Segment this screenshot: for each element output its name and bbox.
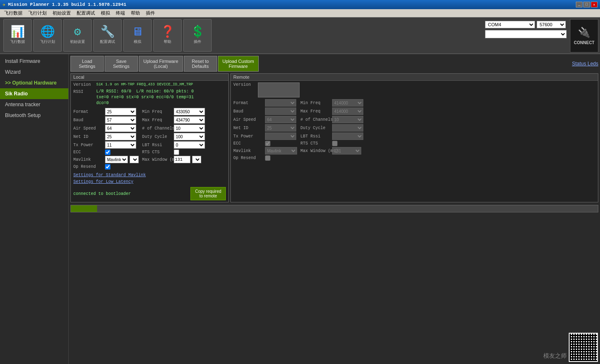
local-right-fields: Min Freq 433050 Max Freq 434790 # of Cha…	[142, 108, 205, 170]
local-airspeed-row: Air Speed 64	[73, 125, 139, 132]
remote-minfreq-row: Min Freq 414000	[300, 99, 363, 107]
upload-firmware-local-button[interactable]: Upload Firmware(Local)	[139, 56, 183, 72]
remote-airspeed-label: Air Speed	[233, 117, 263, 122]
top-action-buttons: LoadSettings SaveSettings Upload Firmwar…	[70, 56, 598, 72]
save-settings-button[interactable]: SaveSettings	[105, 56, 138, 72]
remote-numchan-label: # of Channels	[300, 117, 330, 122]
local-rtscts-row: RTS CTS	[142, 150, 205, 155]
toolbar-plugins-label: 插件	[194, 39, 201, 45]
local-format-label: Format	[73, 110, 103, 114]
remote-version-box	[258, 82, 300, 97]
toolbar-initial-setup[interactable]: ⚙ 初始设置	[63, 19, 92, 52]
sidebar-item-install-firmware[interactable]: Install Firmware	[0, 56, 68, 67]
remote-version-row: Version	[233, 82, 595, 97]
local-airspeed-select[interactable]: 64	[105, 125, 136, 132]
remote-opresend-checkbox	[265, 155, 270, 161]
remote-maxwindow-row: Max Window (ms) 131	[300, 147, 363, 155]
menu-flight-data[interactable]: 飞行数据	[2, 10, 25, 17]
radio-panels: Local Version SiK 1.9 on HM-TRP FREQ_433…	[70, 73, 598, 202]
remote-panel: Remote Version Format	[230, 73, 598, 202]
copy-to-remote-button[interactable]: Copy requiredto remote	[190, 187, 226, 200]
local-minfreq-select[interactable]: 433050	[174, 108, 205, 115]
local-mavlink-select[interactable]: Mavlink	[105, 156, 128, 163]
toolbar-initial-setup-label: 初始设置	[70, 39, 85, 45]
progress-bar-container	[70, 205, 598, 212]
local-netid-label: Net ID	[73, 135, 103, 139]
toolbar-flight-data-label: 飞行数据	[10, 39, 25, 45]
local-lbtrssi-select[interactable]: 0	[174, 141, 205, 149]
local-maxfreq-label: Max Freq	[142, 118, 172, 122]
sidebar-item-bluetooth[interactable]: Bluetooth Setup	[0, 110, 68, 121]
remote-maxfreq-row: Max Freq 414000	[300, 107, 363, 115]
com-port-select[interactable]: COM4 COM1 COM3	[485, 21, 535, 28]
sidebar-item-antenna-tracker[interactable]: Antenna tracker	[0, 99, 68, 110]
baud-rate-select[interactable]: 57600 115200 9600	[537, 21, 566, 28]
remote-rtscts-row: RTS CTS	[300, 141, 363, 146]
local-format-select[interactable]: 25	[105, 108, 136, 115]
load-settings-button[interactable]: LoadSettings	[70, 56, 104, 72]
menu-bar: 飞行数据 飞行计划 初始设置 配置调试 模拟 终端 帮助 插件	[0, 9, 600, 17]
local-dutycycle-select[interactable]: 100	[174, 133, 205, 140]
maximize-button[interactable]: □	[583, 2, 590, 7]
menu-help[interactable]: 帮助	[128, 10, 142, 17]
local-panel-body: Version SiK 1.9 on HM-TRP FREQ_433 DEVIC…	[71, 81, 228, 202]
remote-airspeed-row: Air Speed 64	[233, 116, 297, 123]
remote-format-label: Format	[233, 101, 263, 105]
sidebar-item-optional-hardware[interactable]: >> Optional Hardware	[0, 77, 68, 88]
content-area: LoadSettings SaveSettings Upload Firmwar…	[69, 54, 600, 364]
reset-defaults-button[interactable]: Reset toDefaults	[184, 56, 217, 72]
local-rtscts-checkbox[interactable]	[174, 150, 179, 155]
menu-plugins[interactable]: 插件	[143, 10, 158, 17]
remote-lbtrssi-label: LBT Rssi	[300, 134, 330, 139]
menu-terminal[interactable]: 终端	[113, 10, 128, 17]
local-version-row: Version SiK 1.9 on HM-TRP FREQ_433 DEVIC…	[73, 82, 226, 87]
menu-flight-plan[interactable]: 飞行计划	[26, 10, 49, 17]
menu-simulation[interactable]: 模拟	[98, 10, 112, 17]
menu-config-tuning[interactable]: 配置调试	[74, 10, 98, 17]
close-button[interactable]: ✕	[591, 2, 598, 7]
standard-mavlink-link[interactable]: Settings for Standard Mavlink	[73, 172, 226, 179]
local-maxwindow-input[interactable]	[174, 156, 190, 163]
local-opresend-checkbox[interactable]	[105, 164, 110, 170]
sidebar-item-sik-radio[interactable]: Sik Radio	[0, 88, 68, 99]
com-extra-select[interactable]	[485, 30, 567, 38]
remote-dutycycle-row: Duty Cycle	[300, 124, 363, 132]
minimize-button[interactable]: _	[576, 2, 582, 7]
remote-baud-row: Baud	[233, 107, 297, 115]
toolbar-help[interactable]: ❓ 帮助	[153, 19, 182, 52]
local-rssi-text: L/R RSSI: 69/0 L/R noise: 60/0 pkts: 0 t…	[96, 89, 194, 106]
toolbar-flight-data[interactable]: 📊 飞行数据	[3, 19, 32, 52]
local-txpower-row: Tx Power 11	[73, 141, 139, 149]
sidebar-item-wizard[interactable]: Wizard	[0, 67, 68, 77]
low-latency-link[interactable]: Settings for Low Latency	[73, 179, 226, 185]
remote-netid-row: Net ID 25	[233, 124, 297, 132]
upload-custom-firmware-button[interactable]: Upload CustomFirmware	[218, 56, 259, 72]
local-baud-select[interactable]: 57	[105, 116, 136, 124]
remote-panel-header: Remote	[231, 74, 598, 81]
toolbar-plugins[interactable]: 💲 插件	[183, 19, 212, 52]
help-icon: ❓	[160, 27, 175, 38]
remote-rtscts-checkbox	[332, 141, 338, 146]
flight-plan-icon: 🌐	[40, 27, 55, 38]
local-maxwindow-dropdown[interactable]: ▼	[192, 156, 201, 163]
local-netid-select[interactable]: 25	[105, 133, 136, 140]
connection-status: connected to bootloader	[73, 192, 131, 196]
local-mavlink-dropdown[interactable]: ▼	[130, 156, 139, 163]
local-ecc-row: ECC	[73, 150, 139, 155]
app-icon: ✈	[2, 2, 5, 8]
local-ecc-checkbox[interactable]	[105, 150, 110, 155]
toolbar-config-tuning[interactable]: 🔧 配置调试	[93, 19, 122, 52]
local-opresend-row: Op Resend	[73, 164, 139, 170]
local-lbtrssi-label: LBT Rssi	[142, 143, 172, 147]
remote-txpower-label: Tx Power	[233, 134, 263, 139]
remote-baud-label: Baud	[233, 109, 263, 114]
local-maxfreq-select[interactable]: 434790	[174, 116, 205, 124]
local-txpower-select[interactable]: 11	[105, 141, 136, 149]
connect-button[interactable]: 🔌 CONNECT	[570, 19, 598, 52]
status-leds-link[interactable]: Status Leds	[572, 61, 598, 67]
local-numchan-select[interactable]: 10	[174, 125, 205, 132]
toolbar-simulation[interactable]: 🖥 模拟	[123, 19, 152, 52]
menu-initial-setup[interactable]: 初始设置	[50, 10, 73, 17]
toolbar-flight-plan-label: 飞行计划	[40, 39, 55, 45]
toolbar-flight-plan[interactable]: 🌐 飞行计划	[33, 19, 62, 52]
